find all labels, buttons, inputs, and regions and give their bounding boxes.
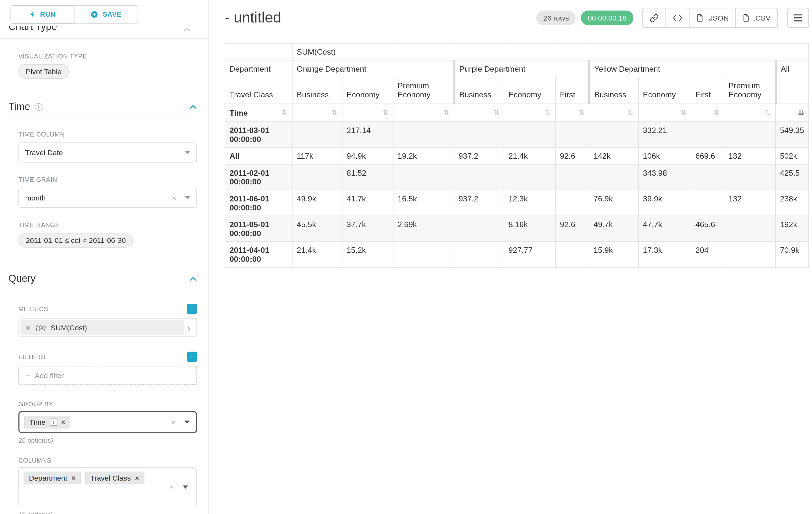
caret-down-icon[interactable] xyxy=(185,151,190,154)
copy-link-button[interactable] xyxy=(642,8,666,28)
sort-icon[interactable]: ⇅ xyxy=(493,108,499,117)
metric-container: × ƒ(x) SUM(Cost) › xyxy=(18,318,197,337)
columns-tag[interactable]: Department × xyxy=(24,471,81,484)
run-button-label: RUN xyxy=(40,10,56,19)
clear-icon[interactable]: × xyxy=(169,483,174,491)
sort-icon[interactable]: ⇅ xyxy=(545,108,551,117)
metrics-label: METRICS xyxy=(18,305,48,313)
sort-icon[interactable]: ⇅ xyxy=(331,108,338,117)
chevron-up-icon xyxy=(183,27,191,32)
view-query-button[interactable] xyxy=(666,8,690,28)
columns-select[interactable]: Department × Travel Class × × xyxy=(18,467,197,506)
pivot-cell: 94.9k xyxy=(342,147,393,164)
export-button-group: .JSON .CSV xyxy=(642,8,778,28)
save-button[interactable]: SAVE xyxy=(75,5,138,23)
pivot-cell xyxy=(393,242,454,267)
caret-down-icon[interactable] xyxy=(183,485,188,488)
time-range-label: TIME RANGE xyxy=(18,221,197,229)
clear-icon[interactable]: × xyxy=(171,418,175,426)
visualization-type-pill[interactable]: Pivot Table xyxy=(18,64,69,79)
pivot-cell: 669.6 xyxy=(691,147,724,164)
sort-header[interactable]: ⇅ xyxy=(556,104,589,122)
columns-tag[interactable]: Travel Class × xyxy=(85,471,144,484)
column-group-header: Orange Department xyxy=(292,60,454,77)
column-header: Business xyxy=(454,77,504,104)
sort-header[interactable]: ⇅ xyxy=(454,104,504,122)
sort-header[interactable]: ⇅ xyxy=(504,104,555,122)
sort-header[interactable]: ⇅ xyxy=(724,104,775,122)
column-group-header: Purple Department xyxy=(454,60,589,77)
sort-icon[interactable]: ⇅ xyxy=(578,108,584,117)
column-info-icon[interactable]: i xyxy=(50,418,57,426)
sort-header-time[interactable]: Time⇅ xyxy=(225,104,292,122)
metric-name: SUM(Cost) xyxy=(51,323,87,331)
sort-header[interactable]: ⇅ xyxy=(342,104,393,122)
pivot-cell: 21.4k xyxy=(292,242,342,267)
clipped-section-title: Chart Type xyxy=(8,26,197,34)
chevron-up-icon[interactable] xyxy=(189,104,197,109)
export-csv-button[interactable]: .CSV xyxy=(736,8,778,28)
time-range-pill[interactable]: 2011-01-01 ≤ col < 2011-06-30 xyxy=(18,233,133,248)
remove-tag-icon[interactable]: × xyxy=(61,418,65,425)
file-icon xyxy=(743,14,750,22)
row-header: 2011-05-01 00:00:00 xyxy=(225,216,292,242)
sort-header[interactable]: ⇅ xyxy=(691,104,724,122)
caret-down-icon[interactable] xyxy=(185,196,190,199)
time-section-header[interactable]: Time i xyxy=(8,101,197,119)
pivot-body: 2011-03-01 00:00:00217.14332.21549.35All… xyxy=(225,122,809,267)
pivot-cell: 192k xyxy=(775,216,809,242)
column-group-header: All xyxy=(775,60,809,77)
column-header: Economy xyxy=(342,77,393,104)
travel-class-corner-cell: Travel Class xyxy=(225,77,292,104)
remove-tag-icon[interactable]: × xyxy=(135,475,139,481)
time-column-select[interactable]: Travel Date xyxy=(18,142,197,162)
pivot-cell: 425.5 xyxy=(775,164,809,190)
add-filter-button[interactable]: + Add filter xyxy=(18,366,197,385)
sort-icon[interactable]: ⇅ xyxy=(628,108,634,117)
remove-tag-icon[interactable]: × xyxy=(71,475,76,481)
sort-header[interactable]: ⇅ xyxy=(638,104,691,122)
pivot-cell xyxy=(393,122,454,147)
sort-header[interactable]: ⇅ xyxy=(393,104,454,122)
sort-header[interactable]: ⇅ xyxy=(589,104,638,122)
sort-icon[interactable]: ⇅ xyxy=(765,108,771,117)
app-window: RUN SAVE Chart Type VISUALIZATION TYPE P… xyxy=(0,0,812,514)
pivot-cell xyxy=(724,242,775,267)
query-section-header[interactable]: Query xyxy=(8,273,197,291)
clear-icon[interactable]: × xyxy=(172,194,176,202)
sort-icon[interactable]: ⇅ xyxy=(383,108,389,117)
department-header-row: Department Orange Department Purple Depa… xyxy=(225,60,809,77)
pivot-cell xyxy=(589,122,638,147)
export-json-button[interactable]: .JSON xyxy=(690,8,736,28)
add-metric-button[interactable]: + xyxy=(187,304,197,314)
time-grain-select[interactable]: month × xyxy=(18,188,197,208)
sort-header-all[interactable]: ⇊ xyxy=(775,104,809,122)
chart-title[interactable]: - untitled xyxy=(225,9,281,26)
group-by-options-hint: 20 option(s) xyxy=(18,437,197,444)
caret-down-icon[interactable] xyxy=(184,421,190,424)
chart-menu-button[interactable] xyxy=(787,8,809,28)
sort-icon[interactable]: ⇅ xyxy=(282,108,288,117)
info-icon[interactable]: i xyxy=(34,103,42,111)
group-by-tag[interactable]: Time i × xyxy=(24,416,70,428)
run-button[interactable]: RUN xyxy=(10,5,75,23)
caret-right-icon[interactable]: › xyxy=(187,323,191,332)
metric-header-row: SUM(Cost) xyxy=(225,44,809,60)
pivot-cell: 549.35 xyxy=(775,122,809,147)
corner-cell xyxy=(225,44,292,60)
metric-pill[interactable]: × ƒ(x) SUM(Cost) xyxy=(21,320,183,335)
group-by-select[interactable]: Time i × × xyxy=(18,411,197,433)
chevron-up-icon[interactable] xyxy=(189,276,197,281)
pivot-cell xyxy=(724,164,775,190)
sort-icon[interactable]: ⇅ xyxy=(680,108,687,117)
pivot-cell xyxy=(454,164,504,190)
remove-metric-icon[interactable]: × xyxy=(26,324,30,331)
sort-icon[interactable]: ⇅ xyxy=(714,108,720,117)
chart-panel: - untitled 26 rows 00:00:00.18 .JSON xyxy=(209,0,812,514)
sort-icon[interactable]: ⇅ xyxy=(443,108,450,117)
add-filter-label: Add filter xyxy=(35,371,63,379)
sort-desc-icon[interactable]: ⇊ xyxy=(798,108,804,117)
sort-header[interactable]: ⇅ xyxy=(292,104,342,122)
column-header xyxy=(775,77,809,104)
add-filter-plus-button[interactable]: + xyxy=(187,352,197,362)
